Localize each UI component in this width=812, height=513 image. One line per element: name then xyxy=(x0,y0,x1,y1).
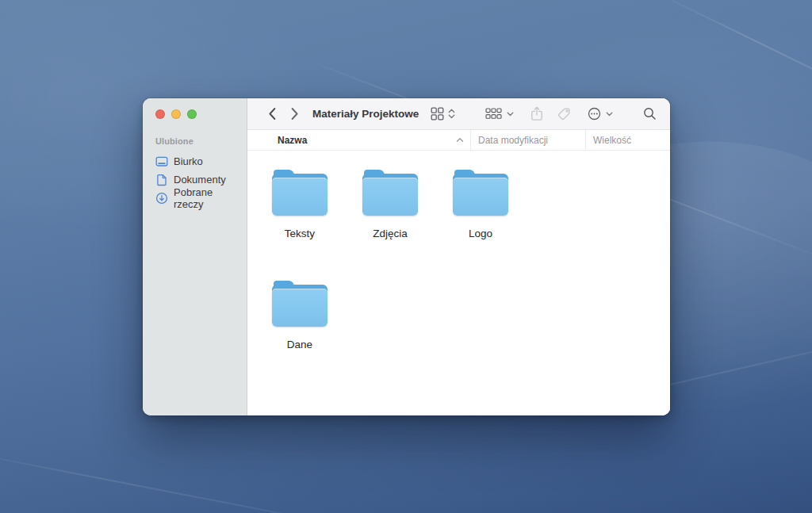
minimize-button[interactable] xyxy=(171,109,181,119)
sidebar-item-label: Biurko xyxy=(174,155,203,167)
folder-name: Dane xyxy=(287,339,312,350)
wallpaper-line xyxy=(0,449,358,513)
folder-item-zdjecia[interactable]: Zdjęcia xyxy=(349,170,431,239)
search-button[interactable] xyxy=(642,104,658,124)
tag-icon xyxy=(557,107,571,121)
folder-item-dane[interactable]: Dane xyxy=(259,281,341,350)
folder-icon xyxy=(272,170,327,216)
column-label: Wielkość xyxy=(593,135,631,146)
folder-item-logo[interactable]: Logo xyxy=(439,170,522,239)
sidebar-item-pobrane-rzeczy[interactable]: Pobrane rzeczy xyxy=(155,189,247,207)
chevron-right-icon xyxy=(290,107,299,121)
close-button[interactable] xyxy=(155,109,165,119)
zoom-button[interactable] xyxy=(187,109,197,119)
file-browser-content: Teksty Zdjęcia Logo xyxy=(247,151,670,415)
folder-item-teksty[interactable]: Teksty xyxy=(259,170,341,239)
chevron-up-icon xyxy=(448,109,455,113)
list-header: Nazwa Data modyfikacji Wielkość xyxy=(247,130,670,151)
folder-icon xyxy=(272,281,327,327)
ellipsis-circle-icon xyxy=(588,107,601,121)
folder-name: Zdjęcia xyxy=(373,228,408,239)
window-title: Materiały Projektowe xyxy=(312,108,419,120)
share-icon xyxy=(530,106,543,121)
view-mode-stepper xyxy=(448,109,455,119)
chevron-down-icon xyxy=(606,112,613,117)
sidebar-item-label: Dokumenty xyxy=(174,174,226,186)
more-actions-button[interactable] xyxy=(586,104,615,124)
document-icon xyxy=(155,174,168,186)
chevron-down-icon xyxy=(507,112,514,117)
search-icon xyxy=(643,107,657,121)
group-by-button[interactable] xyxy=(484,104,515,124)
desktop-icon xyxy=(155,155,168,168)
toolbar: Materiały Projektowe xyxy=(247,98,670,130)
grid-view-icon xyxy=(431,107,444,121)
chevron-left-icon xyxy=(268,107,277,121)
sort-ascending-icon xyxy=(456,137,464,143)
finder-main: Materiały Projektowe xyxy=(247,98,670,415)
folder-icon xyxy=(453,170,508,216)
column-header-wielkosc[interactable]: Wielkość xyxy=(585,130,670,150)
column-header-nazwa[interactable]: Nazwa xyxy=(247,130,470,150)
folder-icon xyxy=(362,170,418,216)
chevron-down-icon xyxy=(448,114,455,119)
column-header-data-modyfikacji[interactable]: Data modyfikacji xyxy=(470,130,585,150)
window-controls xyxy=(155,109,247,119)
desktop-wallpaper: Ulubione Biurko Dokumenty xyxy=(0,0,812,513)
download-icon xyxy=(155,192,168,205)
column-label: Data modyfikacji xyxy=(478,135,548,146)
sidebar-item-label: Pobrane rzeczy xyxy=(174,186,240,210)
back-button[interactable] xyxy=(263,105,281,124)
sidebar-section-label: Ulubione xyxy=(155,136,247,146)
finder-window: Ulubione Biurko Dokumenty xyxy=(143,98,670,415)
toolbar-controls xyxy=(429,104,658,124)
folder-name: Logo xyxy=(469,228,492,239)
forward-button[interactable] xyxy=(285,105,303,124)
column-label: Nazwa xyxy=(278,135,307,146)
sidebar-item-biurko[interactable]: Biurko xyxy=(155,152,247,170)
group-by-icon xyxy=(485,108,502,120)
share-button[interactable] xyxy=(529,104,545,124)
wallpaper-line xyxy=(650,0,812,136)
view-mode-button[interactable] xyxy=(429,104,457,124)
tag-button[interactable] xyxy=(555,104,573,124)
folder-name: Teksty xyxy=(285,228,315,239)
sidebar: Ulubione Biurko Dokumenty xyxy=(143,98,247,415)
